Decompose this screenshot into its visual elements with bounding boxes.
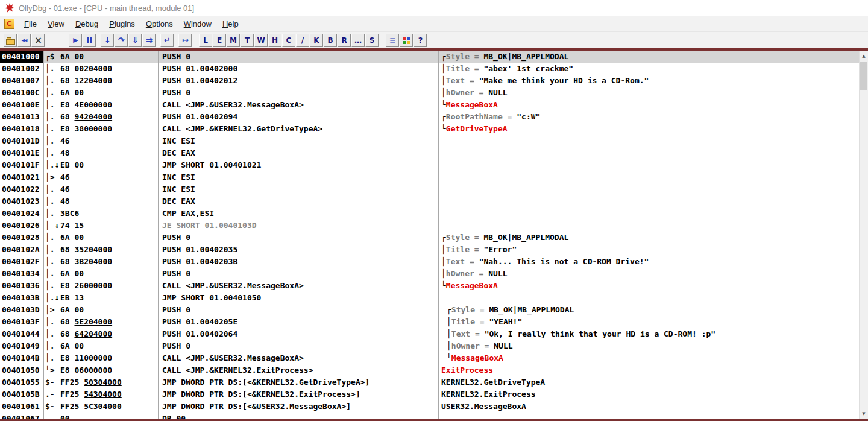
disassembly-row[interactable]: 00401067 00 DB 00: [0, 413, 859, 419]
scroll-up-button[interactable]: ▲: [860, 51, 868, 61]
references-window-button[interactable]: R: [338, 34, 351, 47]
address-cell: 0040101F: [0, 159, 44, 171]
disassembly-row[interactable]: 00401000 ┌$6A 00 PUSH 0 ┌Style = MB_OK|M…: [0, 51, 859, 63]
scrollbar-thumb[interactable]: [860, 62, 867, 90]
step-into-button[interactable]: ↓: [101, 34, 114, 47]
disassembly-row[interactable]: 0040103F │.68 5E204000 PUSH 01.0040205E …: [0, 316, 859, 328]
disassembly-row[interactable]: 00401026 │ ↓74 15 JE SHORT 01.0040103D: [0, 220, 859, 232]
log-window-button[interactable]: L: [199, 34, 212, 47]
pause-button[interactable]: [83, 34, 96, 47]
disassembly-row[interactable]: 00401007 │.68 12204000 PUSH 01.00402012 …: [0, 75, 859, 87]
disassembly-row[interactable]: 0040102F │.68 3B204000 PUSH 01.0040203B …: [0, 256, 859, 268]
threads-window-button[interactable]: T: [241, 34, 254, 47]
comment-value: MessageBoxA: [446, 281, 498, 290]
step-over-button[interactable]: ↷: [115, 34, 128, 47]
disassembly-row[interactable]: 0040101F │.↓EB 00 JMP SHORT 01.00401021: [0, 159, 859, 171]
menu-item-options[interactable]: Options: [140, 17, 178, 30]
source-window-button[interactable]: S: [365, 34, 379, 47]
scroll-down-button[interactable]: ▼: [860, 408, 868, 419]
hex-bytes: 6A 00: [60, 88, 84, 97]
hex-bytes: E8 38000000: [60, 124, 112, 133]
run-trace-button[interactable]: …: [351, 34, 365, 47]
close-icon: ×: [32, 34, 44, 46]
vertical-scrollbar[interactable]: ▲ ▼: [859, 51, 868, 419]
menu-item-view[interactable]: View: [42, 17, 70, 30]
disassembly-row[interactable]: 00401050 └>E8 06000000 CALL <JMP.&KERNEL…: [0, 364, 859, 376]
disassembly-row[interactable]: 00401044 │.68 64204000 PUSH 01.00402064 …: [0, 328, 859, 340]
go-to-address-button[interactable]: ↦: [178, 34, 192, 47]
flow-prefix: │.: [45, 99, 60, 111]
disassembly-row[interactable]: 00401055 $-FF25 50304000 JMP DWORD PTR D…: [0, 376, 859, 388]
cpu-window-button[interactable]: C: [282, 34, 295, 47]
disassembly-row[interactable]: 0040104B │.E8 11000000 CALL <JMP.&USER32…: [0, 352, 859, 364]
disassembly-row[interactable]: 00401061 $-FF25 5C304000 JMP DWORD PTR D…: [0, 400, 859, 413]
disassembly-cell: INC ESI: [159, 183, 439, 195]
disassembly-row[interactable]: 0040100C │.6A 00 PUSH 0 │hOwner = NULL: [0, 87, 859, 99]
hex-bytes: 00: [60, 414, 70, 419]
disassembly-row[interactable]: 0040101D │.46 INC ESI: [0, 135, 859, 147]
disassembly-row[interactable]: 0040103B │.↓EB 13 JMP SHORT 01.00401050: [0, 292, 859, 304]
animate-into-button[interactable]: ⇓: [128, 34, 142, 47]
restart-button[interactable]: ◀◀: [17, 34, 31, 47]
menu-item-file[interactable]: File: [19, 17, 42, 30]
disassembly-row[interactable]: 00401024 │.3BC6 CMP EAX,ESI: [0, 207, 859, 220]
menu-item-debug[interactable]: Debug: [70, 17, 104, 30]
handles-window-button[interactable]: H: [268, 34, 281, 47]
menu-item-window[interactable]: Window: [178, 17, 217, 30]
address-cell: 0040104B: [0, 352, 44, 364]
comment-value: MessageBoxA: [451, 353, 503, 362]
disassembly-row[interactable]: 0040102A │.68 35204000 PUSH 01.00402035 …: [0, 244, 859, 256]
comment-cell: KERNEL32.ExitProcess: [439, 388, 859, 400]
menu-item-plugins[interactable]: Plugins: [104, 17, 140, 30]
ollydbg-app-icon: [5, 3, 14, 13]
comment-bracket: │: [447, 317, 451, 326]
hex-bytes: 68: [60, 76, 74, 85]
cpu-document-icon[interactable]: C: [4, 19, 14, 29]
disassembly-row[interactable]: 0040101E │.48 DEC EAX: [0, 147, 859, 159]
disassembly-row[interactable]: 00401023 │.48 DEC EAX: [0, 195, 859, 207]
windows-list-button[interactable]: W: [254, 34, 268, 47]
comment-bracket: ┌: [447, 305, 451, 314]
disassembly-row[interactable]: 0040103D │>6A 00 PUSH 0 ┌Style = MB_OK|M…: [0, 304, 859, 316]
comment-label: Title =: [451, 317, 489, 326]
hex-dump-cell: ┌$6A 00: [44, 51, 159, 63]
executable-modules-button[interactable]: E: [213, 34, 226, 47]
flow-prefix: │.: [45, 135, 60, 147]
patches-window-button[interactable]: /: [296, 34, 309, 47]
disassembly-row[interactable]: 00401002 │.68 00204000 PUSH 01.00402000 …: [0, 63, 859, 75]
disassembly-row[interactable]: 00401018 │.E8 38000000 CALL <JMP.&KERNEL…: [0, 123, 859, 135]
animate-over-button[interactable]: ⇉: [142, 34, 156, 47]
comment-cell: USER32.MessageBoxA: [439, 400, 859, 413]
disassembly-row[interactable]: 00401034 │.6A 00 PUSH 0 │hOwner = NULL: [0, 268, 859, 280]
step-over-icon: ↷: [115, 34, 127, 46]
run-button[interactable]: ▶: [69, 34, 82, 47]
execute-till-return-button[interactable]: ↵: [160, 34, 174, 47]
disassembly-row[interactable]: 00401022 │.46 INC ESI: [0, 183, 859, 195]
open-file-button[interactable]: [4, 34, 17, 47]
flow-prefix: .-: [45, 388, 60, 400]
cpu-window-icon: C: [283, 34, 295, 46]
disassembly-row[interactable]: 00401028 │.6A 00 PUSH 0 ┌Style = MB_OK|M…: [0, 232, 859, 244]
menu-item-help[interactable]: Help: [217, 17, 244, 30]
appearance-button[interactable]: [400, 34, 413, 47]
call-stack-button[interactable]: K: [310, 34, 323, 47]
disassembly-row[interactable]: 00401021 │>46 INC ESI: [0, 171, 859, 183]
disassembly-row[interactable]: 00401013 │.68 94204000 PUSH 01.00402094 …: [0, 111, 859, 123]
help-button[interactable]: ?: [414, 34, 427, 47]
close-program-button[interactable]: ×: [31, 34, 45, 47]
disassembly-cell: DEC EAX: [159, 147, 439, 159]
comment-value: "abex' 1st crackme": [483, 64, 573, 73]
hex-dump-cell: │.6A 00: [44, 268, 159, 280]
disassembly-row[interactable]: 0040105B .-FF25 54304000 JMP DWORD PTR D…: [0, 388, 859, 400]
disassembly-cell: PUSH 01.00402035: [159, 244, 439, 256]
breakpoints-window-button[interactable]: B: [324, 34, 337, 47]
hex-dump-cell: │.68 94204000: [44, 111, 159, 123]
executable-modules-icon: E: [213, 34, 225, 46]
comment-content: │Text = "Nah... This is not a CD-ROM Dri…: [441, 257, 649, 266]
disassembly-row[interactable]: 0040100E │.E8 4E000000 CALL <JMP.&USER32…: [0, 99, 859, 111]
memory-map-button[interactable]: M: [227, 34, 240, 47]
disassembly-row[interactable]: 00401049 │.6A 00 PUSH 0 │hOwner = NULL: [0, 340, 859, 352]
open-windows-button[interactable]: ≡: [386, 34, 399, 47]
disassembly-row[interactable]: 00401036 │.E8 26000000 CALL <JMP.&USER32…: [0, 280, 859, 292]
disassembly-cell: PUSH 01.0040203B: [159, 256, 439, 268]
